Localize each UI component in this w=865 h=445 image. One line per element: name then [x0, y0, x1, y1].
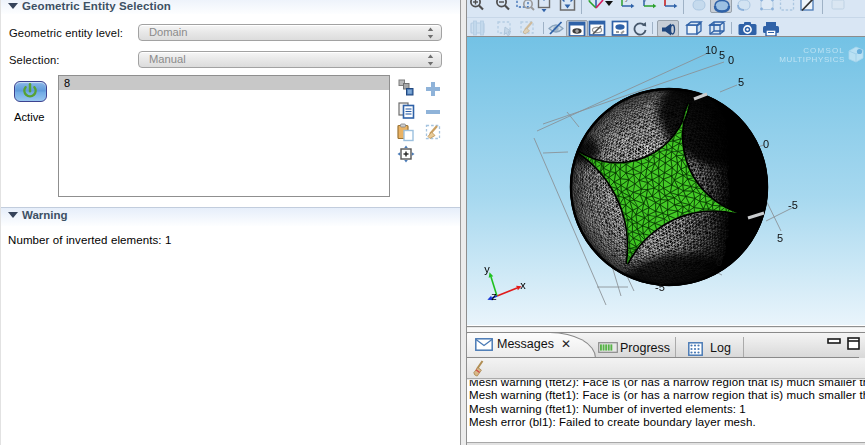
- messages-text-area[interactable]: Mesh warning (ftet2): Face is (or has a …: [466, 380, 865, 442]
- clear-selection-button[interactable]: [424, 123, 442, 141]
- triad-label-y: y: [484, 263, 490, 275]
- show-hidden-button[interactable]: [611, 20, 629, 37]
- create-selection-icon: [397, 78, 415, 97]
- reset-hiding-icon: [631, 20, 649, 37]
- paste-button[interactable]: [396, 123, 414, 141]
- selection-list-item[interactable]: 8: [59, 76, 389, 90]
- select-edges-button[interactable]: [735, 0, 753, 13]
- snapshot-camera-button[interactable]: [737, 20, 755, 37]
- copy-icon: [397, 101, 416, 120]
- print-icon: [761, 20, 781, 37]
- selection-value: Manual: [149, 53, 186, 65]
- perspective-box-icon: [684, 20, 704, 37]
- select-boundaries-button[interactable]: [710, 0, 732, 13]
- remove-button[interactable]: [424, 103, 442, 121]
- create-selection-button[interactable]: [397, 78, 415, 96]
- graphics-canvas[interactable]: 105050-550-5xyzCOMSOLMULTIPHYSICS: [467, 37, 865, 325]
- paste-icon: [396, 123, 415, 142]
- add-button[interactable]: [424, 80, 442, 98]
- axis-tick-label: -5: [788, 199, 798, 211]
- tab-label: Log: [710, 341, 731, 355]
- tab-progress[interactable]: Progress: [590, 337, 676, 359]
- perspective-box-button[interactable]: [684, 20, 702, 37]
- message-line: Mesh error (bl1): Failed to create bound…: [469, 416, 865, 429]
- select-edges-icon: [735, 0, 753, 13]
- axis-tick-label: 5: [719, 49, 725, 61]
- reset-hiding-button[interactable]: [631, 20, 649, 37]
- zoom-to-selection-view-button[interactable]: [558, 0, 576, 13]
- selection-select[interactable]: Manual: [138, 51, 442, 68]
- zoom-to-selection-icon: [397, 145, 415, 164]
- tab-log[interactable]: Log: [680, 337, 744, 359]
- view-hidden-button[interactable]: [588, 20, 606, 37]
- more-icon: [830, 0, 846, 13]
- select-domains-button[interactable]: [690, 0, 708, 13]
- image-export-button[interactable]: [469, 20, 487, 37]
- tab-close-icon[interactable]: ✕: [561, 337, 571, 351]
- section-title: Geometric Entity Selection: [22, 0, 171, 12]
- deselect-button[interactable]: [798, 0, 816, 13]
- more-button[interactable]: [830, 0, 848, 13]
- section-header-warning[interactable]: Warning: [1, 208, 461, 226]
- select-box-cursor-button[interactable]: [496, 20, 514, 37]
- copy-button[interactable]: [397, 101, 415, 119]
- remove-icon: [424, 103, 442, 121]
- triad-label-z: z: [491, 290, 497, 302]
- minimize-icon[interactable]: [828, 339, 840, 343]
- svg-text:MULTIPHYSICS: MULTIPHYSICS: [779, 55, 845, 64]
- view-unhidden-button[interactable]: [566, 20, 588, 37]
- envelope-icon: [475, 338, 493, 351]
- tab-messages[interactable]: Messages✕: [466, 332, 596, 359]
- hide-entity-icon: [547, 20, 565, 37]
- maximize-icon[interactable]: [848, 338, 859, 349]
- wireframe-box-button[interactable]: [707, 20, 725, 37]
- clear-brush-icon: [519, 20, 539, 37]
- zoom-out-button[interactable]: [494, 0, 512, 13]
- clear-broom-icon: [471, 360, 487, 378]
- warning-message: Number of inverted elements: 1: [8, 234, 171, 246]
- select-box-icon: [778, 0, 796, 13]
- select-boundaries-icon: [712, 0, 732, 14]
- geometric-entity-level-select[interactable]: Domain: [138, 24, 442, 41]
- zoom-to-selection-button[interactable]: [397, 145, 415, 163]
- view-yz-button[interactable]: yz: [640, 0, 658, 13]
- triad-label-x: x: [520, 279, 526, 291]
- view-xy-button[interactable]: xy: [618, 0, 636, 13]
- toolbar-separator: [822, 0, 823, 14]
- view-zx-button[interactable]: zx: [661, 0, 679, 13]
- hide-entity-button[interactable]: [547, 20, 565, 37]
- view-yz-icon: yz: [640, 0, 658, 13]
- select-domains-icon: [690, 0, 708, 13]
- section-header-geometric-entity-selection[interactable]: Geometric Entity Selection: [1, 0, 461, 14]
- tab-label: Progress: [620, 341, 670, 355]
- scene-light-button[interactable]: [657, 20, 679, 37]
- zoom-out-icon: [494, 0, 512, 13]
- messages-tabbar: Messages✕ProgressLog: [466, 328, 865, 358]
- select-points-button[interactable]: [758, 0, 776, 13]
- print-button[interactable]: [761, 20, 779, 37]
- show-hidden-icon: [611, 20, 629, 37]
- panel-splitter[interactable]: [460, 0, 467, 445]
- selection-list[interactable]: 8: [58, 75, 390, 197]
- zoom-to-selection-view-icon: [558, 0, 578, 13]
- scene-light-icon: [659, 21, 681, 37]
- clear-brush-button[interactable]: [519, 20, 537, 37]
- svg-text:COMSOL: COMSOL: [803, 46, 845, 55]
- clear-broom-button[interactable]: [471, 360, 487, 378]
- zoom-extents-button[interactable]: [536, 0, 554, 13]
- view-3d-button[interactable]: [587, 0, 605, 13]
- select-box-button[interactable]: [778, 0, 796, 13]
- zoom-in-button[interactable]: [468, 0, 486, 13]
- view-hidden-icon: [588, 20, 606, 37]
- toolbar-separator: [683, 0, 684, 14]
- active-toggle-button[interactable]: [14, 81, 47, 102]
- stepper-arrows-icon: [427, 54, 434, 68]
- message-line: Mesh warning (ftet1): Face is (or has a …: [469, 389, 865, 402]
- view-3d-icon: [587, 0, 605, 13]
- geometric-entity-level-value: Domain: [149, 26, 188, 38]
- select-box-cursor-icon: [496, 20, 516, 37]
- toolbar-row-divider: [467, 17, 865, 18]
- zoom-box-button[interactable]: [516, 0, 534, 13]
- axis-tick-label: 0: [728, 54, 734, 66]
- 3d-scene: 105050-550-5xyzCOMSOLMULTIPHYSICS: [467, 37, 865, 325]
